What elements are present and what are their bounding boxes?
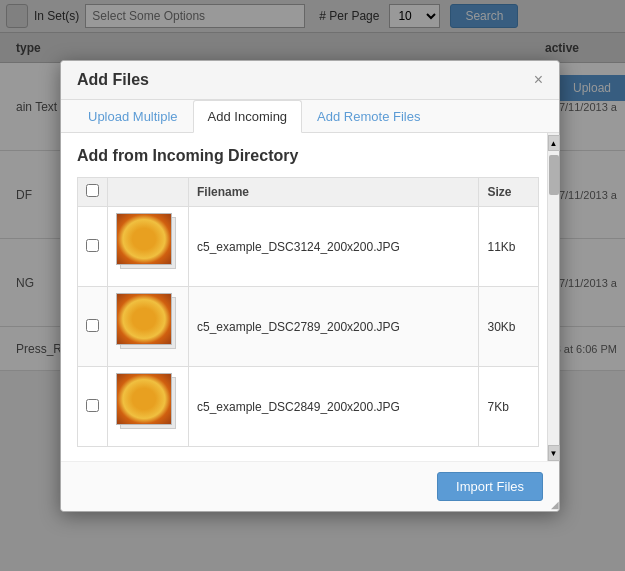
row-checkbox[interactable] (86, 399, 99, 412)
file-thumbnail (116, 373, 180, 437)
file-thumbnail (116, 213, 180, 277)
row-checkbox[interactable] (86, 319, 99, 332)
col-header-size: Size (479, 178, 539, 207)
size-cell: 7Kb (479, 367, 539, 447)
thumb-front (116, 293, 172, 345)
file-thumbnail (116, 293, 180, 357)
col-header-filename: Filename (189, 178, 479, 207)
row-checkbox-cell (78, 207, 108, 287)
modal-tabs: Upload Multiple Add Incoming Add Remote … (61, 100, 559, 133)
modal-scrollbar: ▲ ▼ (547, 133, 559, 461)
add-files-modal: Add Files × Upload Multiple Add Incoming… (60, 60, 560, 512)
tab-add-remote-files[interactable]: Add Remote Files (302, 100, 435, 133)
filename-cell: c5_example_DSC2849_200x200.JPG (189, 367, 479, 447)
col-header-thumb (108, 178, 189, 207)
modal-title: Add Files (77, 71, 149, 89)
tab-add-incoming[interactable]: Add Incoming (193, 100, 303, 133)
thumb-image (117, 214, 171, 264)
row-checkbox-cell (78, 287, 108, 367)
thumb-image (117, 294, 171, 344)
modal-close-button[interactable]: × (534, 72, 543, 88)
section-title: Add from Incoming Directory (77, 147, 539, 165)
thumb-cell (108, 207, 189, 287)
filename-cell: c5_example_DSC2789_200x200.JPG (189, 287, 479, 367)
table-row: c5_example_DSC2789_200x200.JPG 30Kb (78, 287, 539, 367)
table-row: c5_example_DSC2849_200x200.JPG 7Kb (78, 367, 539, 447)
size-cell: 11Kb (479, 207, 539, 287)
thumb-image (117, 374, 171, 424)
resize-handle[interactable]: ◢ (547, 499, 559, 511)
modal-footer: Import Files (61, 461, 559, 511)
modal-body: Add from Incoming Directory Filename Siz… (61, 133, 559, 461)
thumb-cell (108, 367, 189, 447)
scrollbar-thumb[interactable] (549, 155, 559, 195)
thumb-cell (108, 287, 189, 367)
thumb-front (116, 213, 172, 265)
scrollbar-down-button[interactable]: ▼ (548, 445, 560, 461)
scrollbar-up-button[interactable]: ▲ (548, 135, 560, 151)
modal-content-area: Add from Incoming Directory Filename Siz… (77, 147, 539, 447)
size-cell: 30Kb (479, 287, 539, 367)
select-all-checkbox[interactable] (86, 184, 99, 197)
filename-cell: c5_example_DSC3124_200x200.JPG (189, 207, 479, 287)
modal-header: Add Files × (61, 61, 559, 100)
thumb-front (116, 373, 172, 425)
row-checkbox[interactable] (86, 239, 99, 252)
col-header-checkbox (78, 178, 108, 207)
table-row: c5_example_DSC3124_200x200.JPG 11Kb (78, 207, 539, 287)
row-checkbox-cell (78, 367, 108, 447)
file-table: Filename Size (77, 177, 539, 447)
tab-upload-multiple[interactable]: Upload Multiple (73, 100, 193, 133)
import-files-button[interactable]: Import Files (437, 472, 543, 501)
